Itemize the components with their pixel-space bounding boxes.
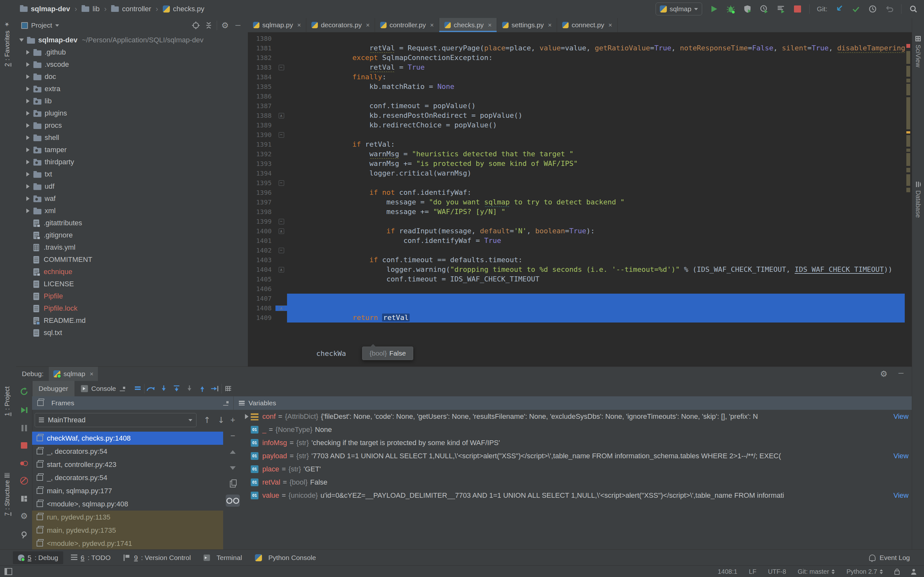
toolwindow-toggle-icon[interactable]	[5, 568, 12, 575]
close-icon[interactable]: ×	[90, 370, 94, 378]
breadcrumb-item[interactable]: checks.py	[163, 5, 213, 13]
toolwindow-tab[interactable]: 9: Version Control	[118, 551, 196, 564]
stack-frame-row[interactable]: checkWaf, checks.py:1408	[32, 432, 223, 445]
line-number[interactable]: 1406	[248, 285, 276, 293]
mute-breakpoints-icon[interactable]	[19, 476, 29, 485]
line-number[interactable]: 1397	[248, 198, 276, 206]
close-icon[interactable]: ×	[608, 21, 612, 29]
editor-tab[interactable]: controller.py ×	[375, 18, 439, 32]
show-execution-point-icon[interactable]	[131, 384, 144, 393]
project-tree-item[interactable]: COMMITMENT	[16, 253, 248, 266]
view-link[interactable]: View	[890, 491, 909, 500]
project-tree-item[interactable]: LICENSE	[16, 278, 248, 290]
error-mark[interactable]	[906, 44, 910, 48]
hide-panel-icon[interactable]: ─	[233, 21, 243, 30]
step-into-my-code-icon[interactable]	[183, 384, 196, 393]
locate-file-icon[interactable]	[191, 21, 201, 30]
line-number[interactable]: 1380	[248, 35, 276, 42]
stack-frame-row[interactable]: _, decorators.py:54	[32, 471, 223, 484]
fold-marker-icon[interactable]	[276, 132, 287, 138]
line-number[interactable]: 1398	[248, 208, 276, 216]
fold-marker-icon[interactable]	[276, 181, 287, 186]
add-watch-icon[interactable]: +	[227, 414, 239, 425]
stack-frame-row[interactable]: main, sqlmap.py:177	[32, 484, 223, 497]
project-tree-item[interactable]: procs	[16, 119, 248, 132]
line-separator[interactable]: LF	[749, 568, 756, 575]
close-icon[interactable]: ×	[366, 21, 370, 29]
project-tree-item[interactable]: echnique	[16, 266, 248, 278]
stop-icon[interactable]	[19, 441, 29, 450]
sidebar-tab-favorites[interactable]: 2: Favorites	[3, 18, 11, 69]
previous-frame-icon[interactable]: ↑	[203, 415, 211, 425]
stack-frame-row[interactable]: start, controller.py:423	[32, 458, 223, 471]
stack-frame-row[interactable]: _, decorators.py:54	[32, 445, 223, 458]
stack-frame-row[interactable]: <module>, pydevd.py:1741	[32, 537, 223, 550]
next-frame-icon[interactable]: ↓	[218, 415, 223, 425]
expand-arrow-icon[interactable]	[24, 135, 31, 140]
breadcrumb-item[interactable]: sqlmap-dev ›	[20, 5, 82, 13]
line-number[interactable]: 1400	[248, 227, 276, 235]
expand-arrow-icon[interactable]	[24, 197, 31, 201]
project-tree-item[interactable]: tamper	[16, 144, 248, 156]
close-icon[interactable]: ×	[297, 21, 301, 29]
chevron-down-icon[interactable]	[55, 24, 59, 27]
expand-arrow-icon[interactable]	[18, 39, 25, 42]
line-number[interactable]: 1402	[248, 247, 276, 254]
force-step-into-icon[interactable]	[170, 384, 183, 393]
rollback-button[interactable]	[885, 4, 894, 14]
variable-row[interactable]: 01 place = {str} 'GET'	[242, 463, 909, 475]
project-tree-item[interactable]: Pipfile	[16, 290, 248, 302]
expand-arrow-icon[interactable]	[24, 50, 31, 55]
fold-marker-icon[interactable]	[276, 219, 287, 224]
thread-selector[interactable]: MainThread	[35, 413, 197, 427]
step-over-icon[interactable]	[145, 384, 157, 393]
expand-arrow-icon[interactable]	[242, 414, 251, 419]
fold-marker-icon[interactable]	[276, 229, 287, 234]
expand-arrow-icon[interactable]	[24, 160, 31, 164]
project-tree-item[interactable]: .gitignore	[16, 229, 248, 241]
sidebar-tab-sciview[interactable]: SciView	[914, 36, 922, 68]
run-config-selector[interactable]: sqlmap	[656, 3, 703, 15]
expand-arrow-icon[interactable]	[24, 172, 31, 177]
duplicate-watch-icon[interactable]	[227, 479, 239, 489]
event-log-button[interactable]: Event Log	[869, 554, 924, 562]
pin-tab-icon[interactable]	[19, 529, 29, 539]
variable-row[interactable]: 01 _ = {NoneType} None	[242, 423, 909, 436]
project-tree-item[interactable]: lib	[16, 95, 248, 107]
stack-frame-row[interactable]: main, pydevd.py:1735	[32, 524, 223, 537]
project-root-row[interactable]: sqlmap-dev ~/Person/Application/SQLI/sql…	[16, 34, 248, 46]
collapse-all-icon[interactable]	[204, 21, 213, 30]
line-number[interactable]: 1404	[248, 266, 276, 273]
toolwindow-tab[interactable]: 6: TODO	[66, 551, 116, 564]
line-number[interactable]: 1401	[248, 237, 276, 245]
restore-layout-icon[interactable]	[19, 494, 29, 503]
close-icon[interactable]: ×	[488, 21, 492, 29]
project-tree-item[interactable]: extra	[16, 83, 248, 95]
sidebar-tab-structure[interactable]: 7: Structure	[3, 470, 11, 519]
expand-arrow-icon[interactable]	[24, 123, 31, 128]
stack-frame-row[interactable]: <module>, sqlmap.py:408	[32, 497, 223, 511]
code-editor[interactable]: 1380 retVal = Request.queryPage(place=pl…	[248, 32, 912, 367]
expand-arrow-icon[interactable]	[24, 62, 31, 67]
expand-arrow-icon[interactable]	[24, 209, 31, 213]
line-number[interactable]: 1383	[248, 64, 276, 71]
project-tree-item[interactable]: plugins	[16, 107, 248, 119]
variable-row[interactable]: 01 retVal = {bool} False	[242, 475, 909, 489]
close-icon[interactable]: ×	[430, 21, 434, 29]
debug-session-tab[interactable]: sqlmap ×	[49, 367, 98, 381]
toolwindow-tab[interactable]: Terminal	[198, 551, 247, 564]
project-tree-item[interactable]: .travis.yml	[16, 241, 248, 253]
line-number[interactable]: 1385	[248, 83, 276, 90]
line-number[interactable]: 1390	[248, 131, 276, 139]
project-tree-item[interactable]: .vscode	[16, 58, 248, 71]
lock-icon[interactable]	[895, 571, 900, 575]
line-number[interactable]: 1387	[248, 102, 276, 110]
breadcrumb-item[interactable]: controller ›	[111, 5, 163, 13]
variable-row[interactable]: 01 value = {unicode} u'id=0&cYEZ=__PAYLO…	[242, 489, 909, 502]
step-into-icon[interactable]	[157, 384, 170, 393]
profiler-button[interactable]	[759, 4, 769, 14]
project-tree-item[interactable]: shell	[16, 132, 248, 144]
expand-arrow-icon[interactable]	[24, 148, 31, 152]
hide-panel-icon[interactable]: ─	[898, 369, 903, 379]
fold-marker-icon[interactable]	[276, 113, 287, 118]
